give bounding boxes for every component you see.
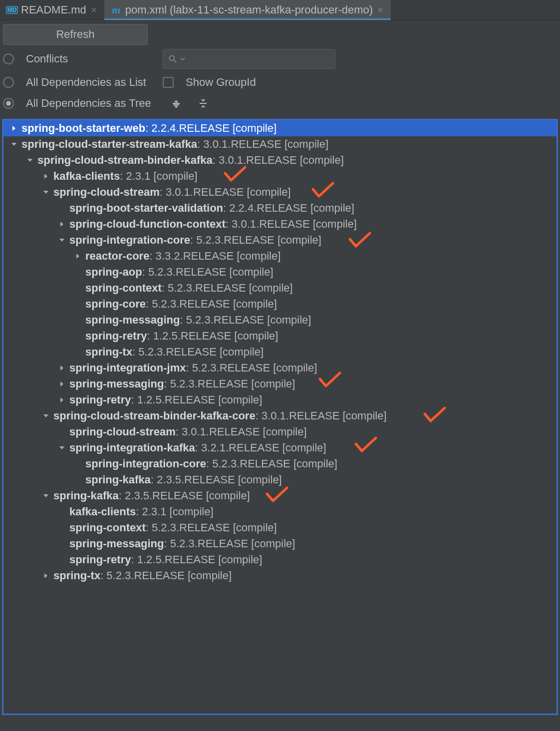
expand-arrow-icon[interactable] [41, 189, 50, 195]
tree-node[interactable]: spring-retry : 1.2.5.RELEASE [compile] [3, 328, 557, 344]
filter-row-1: Conflicts [0, 45, 560, 72]
dependency-name: spring-retry [69, 393, 131, 406]
dependency-meta: : 3.0.1.RELEASE [compile] [160, 186, 291, 199]
filter-row-2: All Dependencies as List Show GroupId [0, 72, 560, 92]
tree-node[interactable]: spring-cloud-stream : 3.0.1.RELEASE [com… [3, 184, 557, 200]
tree-node[interactable]: spring-integration-core : 5.2.3.RELEASE … [3, 232, 557, 248]
refresh-button[interactable]: Refresh [3, 24, 148, 45]
tree-node[interactable]: spring-core : 5.2.3.RELEASE [compile] [3, 296, 557, 312]
tab-bar: MD README.md m pom.xml (labx-11-sc-strea… [0, 0, 560, 20]
tree-node[interactable]: spring-kafka : 2.3.5.RELEASE [compile] [3, 472, 557, 488]
tree-node[interactable]: spring-kafka : 2.3.5.RELEASE [compile] [3, 488, 557, 504]
dependency-name: spring-cloud-stream-binder-kafka-core [53, 409, 256, 422]
tree-node[interactable]: spring-cloud-stream-binder-kafka : 3.0.1… [3, 152, 557, 168]
dependency-meta: : 5.2.3.RELEASE [compile] [132, 346, 264, 359]
tree-node[interactable]: spring-boot-starter-validation : 2.2.4.R… [3, 200, 557, 216]
search-input[interactable] [163, 49, 335, 69]
tab-pom[interactable]: m pom.xml (labx-11-sc-stream-kafka-produ… [104, 0, 391, 19]
dependency-name: spring-retry [85, 330, 147, 343]
expand-arrow-icon[interactable] [25, 157, 34, 163]
tree-node[interactable]: spring-context : 5.2.3.RELEASE [compile] [3, 280, 557, 296]
dependency-meta: : 3.0.1.RELEASE [compile] [176, 425, 307, 438]
tree-node[interactable]: kafka-clients : 2.3.1 [compile] [3, 168, 557, 184]
dependency-meta: : 2.3.1 [compile] [120, 170, 197, 183]
tab-label: README.md [21, 3, 86, 16]
expand-arrow-icon[interactable] [57, 381, 66, 387]
tree-node[interactable]: reactor-core : 3.3.2.RELEASE [compile] [3, 248, 557, 264]
dependency-name: spring-messaging [69, 377, 164, 390]
dependency-meta: : 3.2.1.RELEASE [compile] [195, 441, 326, 454]
tree-node[interactable]: spring-messaging : 5.2.3.RELEASE [compil… [3, 536, 557, 552]
tree-node[interactable]: kafka-clients : 2.3.1 [compile] [3, 504, 557, 520]
dependency-meta: : 5.2.3.RELEASE [compile] [180, 314, 311, 327]
toolbar: Refresh [0, 20, 560, 45]
dependency-name: spring-tx [53, 569, 100, 582]
expand-arrow-icon[interactable] [73, 253, 82, 259]
expand-arrow-icon[interactable] [57, 221, 66, 227]
dependency-name: spring-core [85, 298, 146, 311]
tree-node[interactable]: spring-cloud-starter-stream-kafka : 3.0.… [3, 136, 557, 152]
tree-node[interactable]: spring-tx : 5.2.3.RELEASE [compile] [3, 344, 557, 360]
conflicts-label: Conflicts [26, 52, 151, 65]
tree-node[interactable]: spring-integration-core : 5.2.3.RELEASE … [3, 456, 557, 472]
tree-node[interactable]: spring-tx : 5.2.3.RELEASE [compile] [3, 568, 557, 584]
tree-node[interactable]: spring-boot-starter-web : 2.2.4.RELEASE … [3, 120, 557, 136]
close-icon[interactable] [377, 6, 384, 13]
radio-all-tree[interactable] [3, 98, 14, 109]
tree-node[interactable]: spring-retry : 1.2.5.RELEASE [compile] [3, 392, 557, 408]
expand-all-icon[interactable] [169, 96, 184, 111]
refresh-label: Refresh [56, 28, 94, 41]
radio-all-list[interactable] [3, 77, 14, 88]
expand-arrow-icon[interactable] [41, 493, 50, 499]
close-icon[interactable] [90, 6, 97, 13]
dependency-meta: : 3.3.2.RELEASE [compile] [149, 250, 280, 263]
tree-node[interactable]: spring-messaging : 5.2.3.RELEASE [compil… [3, 376, 557, 392]
expand-arrow-icon[interactable] [57, 445, 66, 451]
tree-node[interactable]: spring-integration-kafka : 3.2.1.RELEASE… [3, 440, 557, 456]
chevron-down-icon [180, 56, 185, 61]
dependency-meta: : 3.0.1.RELEASE [compile] [197, 138, 328, 151]
filter-row-3: All Dependencies as Tree [0, 92, 560, 114]
checkbox-show-groupid[interactable] [163, 77, 174, 88]
expand-arrow-icon[interactable] [9, 141, 18, 147]
expand-arrow-icon[interactable] [41, 173, 50, 179]
all-tree-label: All Dependencies as Tree [26, 97, 157, 110]
tree-node[interactable]: spring-cloud-stream : 3.0.1.RELEASE [com… [3, 424, 557, 440]
tree-node[interactable]: spring-cloud-function-context : 3.0.1.RE… [3, 216, 557, 232]
dependency-name: spring-boot-starter-validation [69, 202, 223, 215]
tree-node[interactable]: spring-aop : 5.2.3.RELEASE [compile] [3, 264, 557, 280]
dependency-name: spring-integration-kafka [69, 441, 195, 454]
dependency-tree[interactable]: spring-boot-starter-web : 2.2.4.RELEASE … [2, 119, 558, 715]
tree-node[interactable]: spring-cloud-stream-binder-kafka-core : … [3, 408, 557, 424]
expand-arrow-icon[interactable] [57, 397, 66, 403]
checkmark-annotation-icon [311, 181, 335, 202]
dependency-meta: : 5.2.3.RELEASE [compile] [162, 282, 293, 295]
dependency-name: spring-cloud-function-context [69, 218, 226, 231]
tree-node[interactable]: spring-messaging : 5.2.3.RELEASE [compil… [3, 312, 557, 328]
expand-arrow-icon[interactable] [9, 125, 18, 131]
checkmark-annotation-icon [223, 165, 247, 186]
dependency-name: spring-aop [85, 266, 142, 279]
tab-label: pom.xml (labx-11-sc-stream-kafka-produce… [125, 3, 373, 16]
dependency-name: spring-integration-jmx [69, 362, 186, 374]
dependency-meta: : 5.2.3.RELEASE [compile] [190, 234, 321, 247]
dependency-meta: : 1.2.5.RELEASE [compile] [131, 393, 262, 406]
dependency-meta: : 5.2.3.RELEASE [compile] [186, 362, 317, 374]
radio-conflicts[interactable] [3, 53, 14, 64]
tab-readme[interactable]: MD README.md [0, 0, 104, 19]
expand-arrow-icon[interactable] [41, 573, 50, 579]
expand-arrow-icon[interactable] [57, 237, 66, 243]
collapse-all-icon[interactable] [196, 96, 211, 111]
dependency-meta: : 3.0.1.RELEASE [compile] [226, 218, 357, 231]
dependency-meta: : 5.2.3.RELEASE [compile] [142, 266, 274, 279]
dependency-name: kafka-clients [53, 170, 120, 183]
dependency-meta: : 5.2.3.RELEASE [compile] [146, 298, 277, 311]
tree-node[interactable]: spring-retry : 1.2.5.RELEASE [compile] [3, 552, 557, 568]
tree-node[interactable]: spring-context : 5.2.3.RELEASE [compile] [3, 520, 557, 536]
dependency-meta: : 1.2.5.RELEASE [compile] [131, 553, 262, 566]
tree-node[interactable]: spring-integration-jmx : 5.2.3.RELEASE [… [3, 360, 557, 376]
expand-arrow-icon[interactable] [57, 365, 66, 371]
expand-arrow-icon[interactable] [41, 413, 50, 419]
dependency-meta: : 5.2.3.RELEASE [compile] [206, 457, 337, 470]
dependency-meta: : 2.2.4.RELEASE [compile] [145, 122, 277, 135]
